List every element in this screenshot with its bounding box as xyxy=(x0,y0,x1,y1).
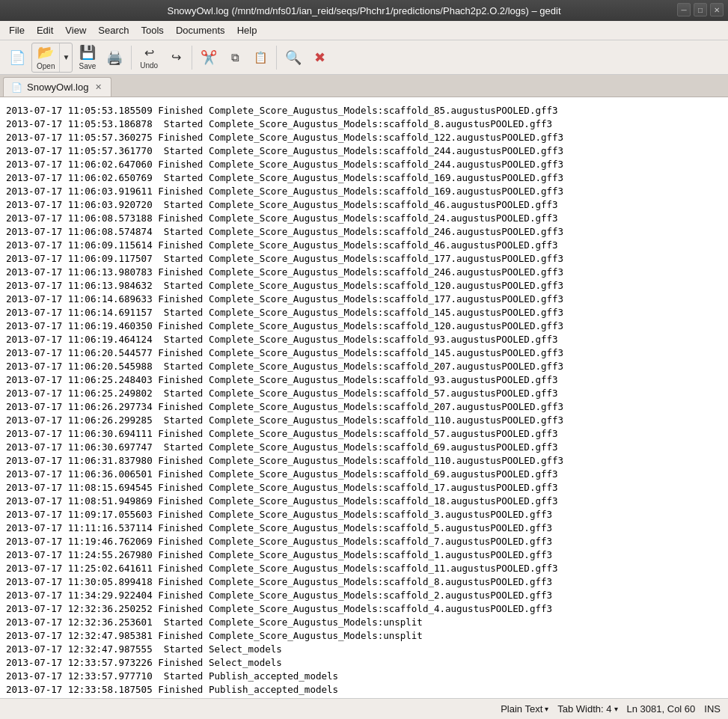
open-button[interactable]: 📂 Open xyxy=(32,43,60,72)
text-line: 2013-07-17 11:06:30.694111 Finished Comp… xyxy=(6,427,722,441)
text-line: 2013-07-17 11:06:13.980783 Finished Comp… xyxy=(6,266,722,279)
toolbar: 📄 📂 Open ▼ 💾 Save 🖨️ ↩ Undo ↪ ✂️ ⧉ xyxy=(0,40,728,75)
text-line: 2013-07-17 11:24:55.267980 Finished Comp… xyxy=(6,548,722,562)
text-line: 2013-07-17 11:06:08.574874 Started Compl… xyxy=(6,225,722,239)
text-line: 2013-07-17 12:32:47.987555 Started Selec… xyxy=(6,643,722,656)
text-line: 2013-07-17 12:32:36.253601 Started Compl… xyxy=(6,616,722,629)
text-line: 2013-07-17 11:25:02.641611 Finished Comp… xyxy=(6,562,722,575)
tab-width-label: Tab Width: 4 xyxy=(557,703,611,715)
text-line: 2013-07-17 12:32:36.250252 Finished Comp… xyxy=(6,602,722,616)
text-line: 2013-07-17 11:08:15.694545 Finished Comp… xyxy=(6,481,722,495)
language-label: Plain Text xyxy=(501,703,542,715)
tab-close-button[interactable]: ✕ xyxy=(93,82,103,93)
cut-button[interactable]: ✂️ xyxy=(196,43,221,72)
text-line: 2013-07-17 11:05:53.186878 Started Compl… xyxy=(6,117,722,131)
paste-icon: 📋 xyxy=(254,51,268,64)
language-dropdown-icon: ▾ xyxy=(545,705,548,713)
copy-button[interactable]: ⧉ xyxy=(223,43,247,72)
menu-search[interactable]: Search xyxy=(92,23,135,37)
language-selector[interactable]: Plain Text ▾ xyxy=(501,703,548,715)
text-line: 2013-07-17 11:06:02.647060 Finished Comp… xyxy=(6,158,722,171)
tab-0[interactable]: 📄 SnowyOwl.log ✕ xyxy=(3,77,111,97)
menu-tools[interactable]: Tools xyxy=(135,23,170,37)
text-line: 2013-07-17 11:08:51.949869 Finished Comp… xyxy=(6,495,722,508)
redo-icon: ↪ xyxy=(171,50,181,64)
text-line: 2013-07-17 11:06:20.544577 Finished Comp… xyxy=(6,346,722,360)
status-bar: Plain Text ▾ Tab Width: 4 ▾ Ln 3081, Col… xyxy=(0,698,728,719)
separator-3 xyxy=(276,46,277,70)
clear-icon: ✖ xyxy=(314,49,325,66)
separator-1 xyxy=(131,46,132,70)
text-line: 2013-07-17 12:33:58.187505 Finished Publ… xyxy=(6,683,722,697)
save-button[interactable]: 💾 Save xyxy=(74,43,100,72)
text-line: 2013-07-17 11:05:53.185509 Finished Comp… xyxy=(6,104,722,117)
undo-button[interactable]: ↩ Undo xyxy=(135,43,162,72)
tab-width-selector[interactable]: Tab Width: 4 ▾ xyxy=(557,703,617,715)
print-button[interactable]: 🖨️ xyxy=(102,43,127,72)
tab-label: SnowyOwl.log xyxy=(27,82,88,93)
redo-button[interactable]: ↪ xyxy=(164,43,188,72)
window-controls: ─ □ ✕ xyxy=(677,3,724,16)
text-editor[interactable]: 2013-07-17 11:05:53.185509 Finished Comp… xyxy=(0,97,728,698)
text-line: 2013-07-17 11:06:08.573188 Finished Comp… xyxy=(6,212,722,225)
text-line: 2013-07-17 11:06:20.545988 Started Compl… xyxy=(6,360,722,373)
menu-edit[interactable]: Edit xyxy=(31,23,59,37)
text-line: 2013-07-17 11:06:31.837980 Finished Comp… xyxy=(6,454,722,468)
text-line: 2013-07-17 11:06:09.115614 Finished Comp… xyxy=(6,239,722,252)
edit-mode: INS xyxy=(704,703,721,715)
new-button[interactable]: 📄 xyxy=(4,43,30,72)
text-line: 2013-07-17 11:06:26.299285 Started Compl… xyxy=(6,414,722,427)
mode-label: INS xyxy=(704,703,721,715)
separator-2 xyxy=(192,46,192,70)
text-line: 2013-07-17 11:11:16.537114 Finished Comp… xyxy=(6,521,722,535)
text-line: 2013-07-17 12:32:47.985381 Finished Comp… xyxy=(6,629,722,643)
save-icon: 💾 xyxy=(79,44,96,61)
text-line: 2013-07-17 11:06:02.650769 Started Compl… xyxy=(6,171,722,185)
maximize-button[interactable]: □ xyxy=(694,3,707,16)
text-line: 2013-07-17 11:05:57.360275 Finished Comp… xyxy=(6,131,722,144)
paste-button[interactable]: 📋 xyxy=(248,43,272,72)
text-line: 2013-07-17 11:05:57.361770 Started Compl… xyxy=(6,144,722,158)
text-line: 2013-07-17 11:06:19.464124 Started Compl… xyxy=(6,333,722,346)
open-dropdown-button[interactable]: ▼ xyxy=(60,43,72,72)
open-dropdown-icon: ▼ xyxy=(63,53,70,61)
text-line: 2013-07-17 11:06:03.920720 Started Compl… xyxy=(6,198,722,212)
text-line: 2013-07-17 12:33:57.977710 Started Publi… xyxy=(6,670,722,683)
clear-button[interactable]: ✖ xyxy=(308,43,331,72)
close-button[interactable]: ✕ xyxy=(710,3,724,16)
menu-file[interactable]: File xyxy=(3,23,31,37)
undo-label: Undo xyxy=(140,61,158,70)
print-icon: 🖨️ xyxy=(106,49,123,66)
text-line: 2013-07-17 11:06:19.460350 Finished Comp… xyxy=(6,319,722,333)
text-line: 2013-07-17 11:19:46.762069 Finished Comp… xyxy=(6,535,722,548)
menu-view[interactable]: View xyxy=(59,23,92,37)
text-line: 2013-07-17 11:06:36.006501 Finished Comp… xyxy=(6,468,722,481)
cut-icon: ✂️ xyxy=(201,49,217,66)
open-button-group: 📂 Open ▼ xyxy=(31,43,73,73)
tab-file-icon: 📄 xyxy=(11,82,22,93)
open-label: Open xyxy=(37,62,55,70)
text-line: 2013-07-17 11:09:17.055603 Finished Comp… xyxy=(6,508,722,521)
new-icon: 📄 xyxy=(9,49,25,66)
text-line: 2013-07-17 11:06:03.919611 Finished Comp… xyxy=(6,185,722,198)
tab-width-dropdown-icon: ▾ xyxy=(614,705,618,713)
menu-help[interactable]: Help xyxy=(231,23,263,37)
text-line: 2013-07-17 11:06:30.697747 Started Compl… xyxy=(6,441,722,454)
menu-documents[interactable]: Documents xyxy=(170,23,231,37)
text-line: 2013-07-17 11:30:05.899418 Finished Comp… xyxy=(6,575,722,589)
content-area: 2013-07-17 11:05:53.185509 Finished Comp… xyxy=(0,97,728,698)
text-line: 2013-07-17 11:34:29.922404 Finished Comp… xyxy=(6,589,722,602)
menu-bar: File Edit View Search Tools Documents He… xyxy=(0,21,728,40)
text-line: 2013-07-17 11:06:14.689633 Finished Comp… xyxy=(6,293,722,306)
find-button[interactable]: 🔍 xyxy=(281,43,306,72)
open-icon: 📂 xyxy=(37,44,54,61)
window-title: SnowyOwl.log (/mnt/md/nfs01/ian_reid/seq… xyxy=(167,5,560,16)
text-line: 2013-07-17 11:06:25.249802 Started Compl… xyxy=(6,387,722,400)
save-label: Save xyxy=(79,62,96,70)
cursor-position: Ln 3081, Col 60 xyxy=(627,703,696,715)
minimize-button[interactable]: ─ xyxy=(677,3,691,16)
text-line: 2013-07-17 11:06:26.297734 Finished Comp… xyxy=(6,400,722,414)
text-line: 2013-07-17 11:06:09.117507 Started Compl… xyxy=(6,252,722,266)
text-line: 2013-07-17 11:06:14.691157 Started Compl… xyxy=(6,306,722,319)
text-line: 2013-07-17 11:06:25.248403 Finished Comp… xyxy=(6,373,722,387)
